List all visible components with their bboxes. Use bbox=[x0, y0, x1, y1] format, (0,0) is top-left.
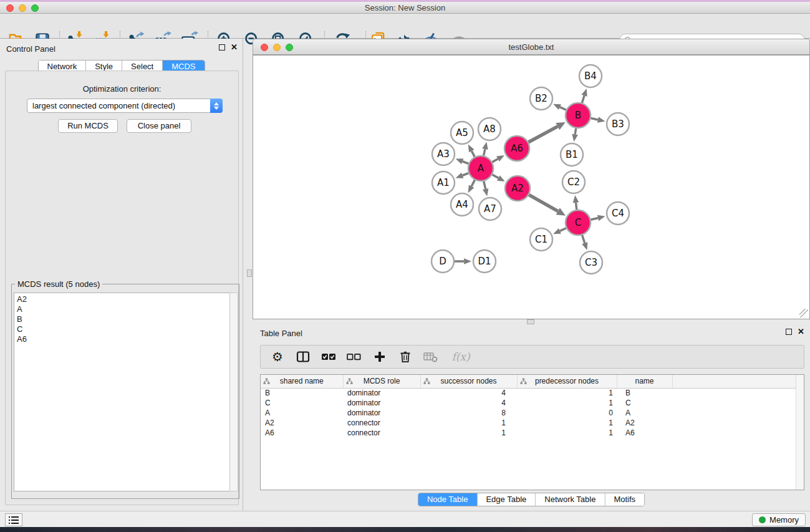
tab-motifs[interactable]: Motifs bbox=[605, 493, 644, 506]
graph-node-A1[interactable]: A1 bbox=[432, 172, 455, 194]
edge-B-B1[interactable] bbox=[572, 128, 578, 142]
graph-node-A4[interactable]: A4 bbox=[451, 193, 473, 216]
column-header-shared-name[interactable]: shared name bbox=[261, 375, 343, 388]
edge-A-A7[interactable] bbox=[483, 181, 488, 196]
vertical-splitter-handle[interactable] bbox=[527, 319, 534, 324]
optimization-criterion-label: Optimization criterion: bbox=[6, 84, 238, 94]
network-canvas[interactable]: B4B2BB3A8A5A6A3B1AA1C2A2A4A7C4CC1C3DD1 bbox=[253, 55, 810, 319]
edge-B-B3[interactable] bbox=[591, 117, 605, 122]
graph-node-A2[interactable]: A2 bbox=[505, 176, 530, 201]
table-row-c[interactable]: Cdominator41C bbox=[261, 398, 796, 408]
graph-node-A7[interactable]: A7 bbox=[479, 198, 501, 220]
mcds-result-list[interactable]: A2ABCA6 bbox=[14, 293, 229, 491]
edge-A-A6[interactable] bbox=[492, 155, 504, 162]
edge-B-B2[interactable] bbox=[553, 104, 566, 110]
result-item-a2[interactable]: A2 bbox=[17, 294, 229, 304]
result-item-a[interactable]: A bbox=[17, 304, 229, 314]
optimization-criterion-select[interactable]: largest connected component (directed) bbox=[27, 99, 223, 113]
graph-node-C3[interactable]: C3 bbox=[580, 251, 602, 274]
table-tabs: Node TableEdge TableNetwork TableMotifs bbox=[418, 493, 645, 506]
unselect-all-icon[interactable] bbox=[346, 349, 362, 365]
edge-A-A2[interactable] bbox=[492, 175, 504, 181]
graph-node-B[interactable]: B bbox=[566, 103, 591, 128]
svg-text:A7: A7 bbox=[484, 203, 496, 215]
svg-text:B1: B1 bbox=[566, 149, 578, 160]
result-list-scrollbar[interactable] bbox=[229, 293, 238, 491]
app-window: Session: New Session bbox=[0, 0, 810, 532]
float-panel-icon[interactable] bbox=[219, 44, 225, 51]
graph-node-A8[interactable]: A8 bbox=[478, 118, 501, 140]
edge-D-D1[interactable] bbox=[455, 258, 471, 264]
delete-column-icon[interactable] bbox=[397, 349, 413, 365]
graph-node-C2[interactable]: C2 bbox=[562, 171, 585, 193]
graph-node-A3[interactable]: A3 bbox=[432, 143, 455, 165]
graph-node-C1[interactable]: C1 bbox=[530, 228, 552, 251]
tab-edge-table[interactable]: Edge Table bbox=[477, 493, 536, 506]
table-row-a2[interactable]: A2connector11A2 bbox=[261, 418, 796, 428]
tab-network-table[interactable]: Network Table bbox=[536, 493, 605, 506]
table-settings-icon[interactable]: ⚙ bbox=[269, 349, 286, 365]
edge-A6-B[interactable] bbox=[528, 122, 565, 142]
edge-C-C4[interactable] bbox=[591, 215, 605, 221]
add-column-icon[interactable] bbox=[372, 349, 388, 365]
graph-node-B1[interactable]: B1 bbox=[561, 143, 583, 166]
graph-node-A6[interactable]: A6 bbox=[504, 136, 529, 161]
table-row-a6[interactable]: A6connector11A6 bbox=[261, 428, 796, 438]
result-item-b[interactable]: B bbox=[17, 314, 229, 324]
svg-text:A: A bbox=[478, 163, 485, 174]
graph-node-C[interactable]: C bbox=[566, 210, 591, 235]
edge-A-A4[interactable] bbox=[468, 180, 475, 193]
table-scrollbar[interactable] bbox=[796, 375, 804, 490]
edge-A2-C[interactable] bbox=[529, 195, 566, 215]
edge-B-B4[interactable] bbox=[581, 89, 587, 103]
horizontal-splitter-handle[interactable] bbox=[247, 269, 252, 277]
edge-A-A5[interactable] bbox=[468, 145, 475, 157]
optimization-criterion-value: largest connected component (directed) bbox=[27, 101, 210, 110]
delete-table-icon[interactable] bbox=[423, 349, 439, 365]
graph-node-A5[interactable]: A5 bbox=[451, 122, 473, 144]
select-all-icon[interactable] bbox=[321, 349, 337, 365]
graph-node-B2[interactable]: B2 bbox=[530, 87, 552, 110]
run-mcds-button[interactable]: Run MCDS bbox=[58, 119, 118, 133]
result-item-c[interactable]: C bbox=[17, 324, 229, 334]
table-row-a[interactable]: Adominator80A bbox=[261, 408, 796, 418]
window-resize-grip[interactable] bbox=[799, 309, 808, 317]
edge-A-A8[interactable] bbox=[482, 142, 488, 155]
edge-C-C3[interactable] bbox=[582, 235, 587, 250]
column-header-name[interactable]: name bbox=[617, 375, 672, 388]
main-toolbar bbox=[0, 14, 810, 39]
control-panel-title: Control Panel bbox=[6, 44, 55, 54]
table-toolbar: ⚙ f(x) bbox=[260, 345, 804, 369]
graph-node-C4[interactable]: C4 bbox=[607, 202, 629, 225]
svg-text:B: B bbox=[575, 110, 581, 121]
graph-node-B4[interactable]: B4 bbox=[579, 65, 602, 87]
memory-button[interactable]: Memory bbox=[752, 513, 806, 526]
graph-node-D1[interactable]: D1 bbox=[473, 250, 496, 273]
graph-node-B3[interactable]: B3 bbox=[607, 113, 629, 135]
graph-node-D[interactable]: D bbox=[432, 250, 454, 273]
app-titlebar: Session: New Session bbox=[0, 2, 810, 14]
show-column-icon[interactable] bbox=[295, 349, 311, 365]
network-window-titlebar[interactable]: testGlobe.txt bbox=[253, 39, 810, 55]
close-panel-button[interactable]: Close panel bbox=[127, 119, 191, 133]
float-table-panel-icon[interactable] bbox=[786, 329, 792, 335]
edge-C-C1[interactable] bbox=[553, 228, 566, 235]
edge-A-A3[interactable] bbox=[456, 158, 469, 164]
table-row-b[interactable]: Bdominator41B bbox=[261, 388, 796, 398]
column-header-MCDS-role[interactable]: MCDS role bbox=[343, 375, 420, 388]
function-builder-icon[interactable]: f(x) bbox=[448, 349, 473, 365]
graph-node-A[interactable]: A bbox=[468, 156, 493, 181]
network-graph: B4B2BB3A8A5A6A3B1AA1C2A2A4A7C4CC1C3DD1 bbox=[253, 56, 809, 319]
tab-node-table[interactable]: Node Table bbox=[418, 493, 478, 506]
column-header-successor-nodes[interactable]: successor nodes bbox=[420, 375, 517, 388]
column-header-predecessor-nodes[interactable]: predecessor nodes bbox=[517, 375, 617, 388]
close-panel-icon[interactable]: ✕ bbox=[231, 44, 238, 51]
task-history-button[interactable] bbox=[5, 513, 22, 526]
svg-text:A2: A2 bbox=[511, 183, 524, 194]
svg-text:C3: C3 bbox=[585, 257, 597, 268]
result-item-a6[interactable]: A6 bbox=[17, 334, 229, 344]
edge-C-C2[interactable] bbox=[573, 195, 579, 210]
control-panel: Control Panel ✕ NetworkStyleSelectMCDS O… bbox=[0, 39, 243, 511]
close-table-panel-icon[interactable]: ✕ bbox=[798, 329, 804, 335]
edge-A-A1[interactable] bbox=[456, 173, 469, 178]
